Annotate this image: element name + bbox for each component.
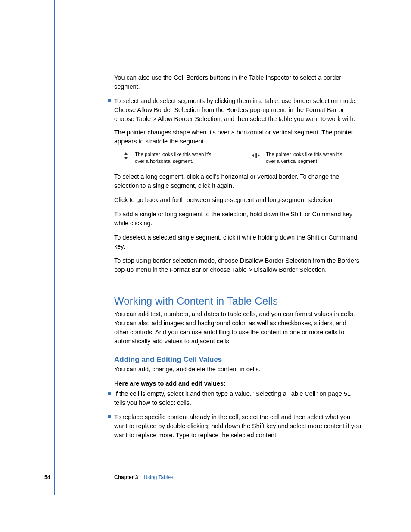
paragraph: The pointer changes shape when it's over… [114,128,362,146]
horizontal-resize-pointer-icon [123,152,129,161]
bullet-square-icon [108,415,111,418]
pointer-callouts: The pointer looks like this when it's ov… [123,151,362,165]
callout-caption: The pointer looks like this when it's ov… [135,151,222,165]
paragraph: Click to go back and forth between singl… [114,196,362,205]
paragraph: You can add text, numbers, and dates to … [114,310,362,346]
paragraph: You can add, change, and delete the cont… [114,365,362,374]
chapter-reference: Chapter 3 Using Tables [114,474,173,480]
chapter-title: Using Tables [144,474,173,480]
paragraph: To stop using border selection mode, cho… [114,256,362,274]
page-number: 54 [44,474,50,480]
callout-caption: The pointer looks like this when it's ov… [266,151,351,165]
paragraph: To select and deselect segments by click… [114,96,362,124]
paragraph: To deselect a selected single segment, c… [114,233,362,251]
list-item: To replace specific content already in t… [114,413,362,440]
paragraph: You can also use the Cell Borders button… [114,73,362,91]
svg-marker-3 [252,154,254,157]
svg-marker-0 [124,152,128,155]
paragraph: To select a long segment, click a cell's… [114,172,362,190]
svg-rect-1 [123,156,128,156]
body-content: You can also use the Cell Borders button… [114,73,362,445]
left-margin-rule [54,0,55,495]
paragraph: To replace specific content already in t… [114,413,362,440]
vertical-resize-pointer-icon [252,152,260,160]
list-item: To select and deselect segments by click… [114,96,362,274]
section-heading: Working with Content in Table Cells [114,295,362,307]
subsection-heading: Adding and Editing Cell Values [114,355,362,364]
horizontal-pointer-callout: The pointer looks like this when it's ov… [123,151,222,165]
list-item: If the cell is empty, select it and then… [114,389,362,408]
bullet-square-icon [108,392,111,395]
paragraph: To add a single or long segment to the s… [114,210,362,228]
svg-marker-6 [258,154,260,157]
svg-rect-5 [256,153,257,158]
chapter-label: Chapter 3 [114,474,138,480]
svg-rect-4 [255,153,256,158]
vertical-pointer-callout: The pointer looks like this when it's ov… [252,151,351,165]
svg-marker-2 [124,157,128,159]
document-page: You can also use the Cell Borders button… [0,0,411,532]
bullet-square-icon [108,99,111,102]
lead-in: Here are ways to add and edit values: [114,380,362,387]
paragraph: If the cell is empty, select it and then… [114,389,362,408]
